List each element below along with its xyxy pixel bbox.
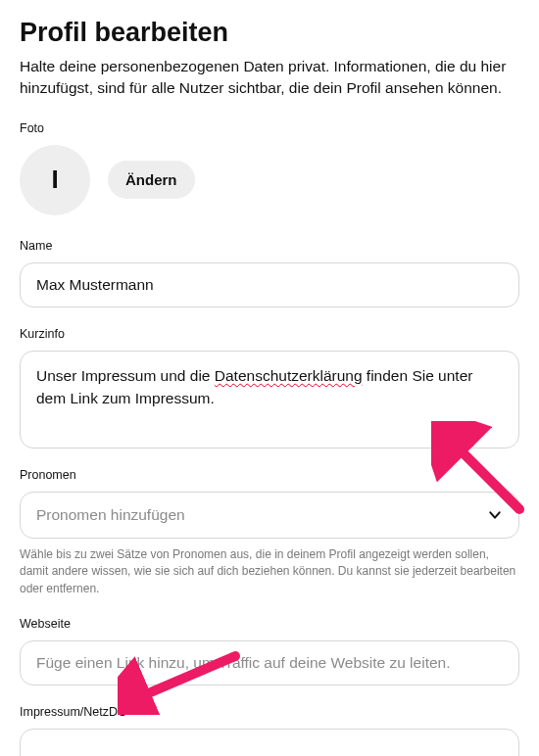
name-label: Name	[20, 239, 519, 253]
pronouns-select[interactable]: Pronomen hinzufügen	[20, 492, 519, 539]
website-input[interactable]: Füge einen Link hinzu, um Traffic auf de…	[20, 640, 519, 685]
chevron-down-icon	[487, 507, 503, 523]
website-section: Webseite Füge einen Link hinzu, um Traff…	[20, 617, 519, 685]
pronouns-placeholder: Pronomen hinzufügen	[36, 506, 185, 524]
pronouns-label: Pronomen	[20, 468, 519, 482]
bio-label: Kurzinfo	[20, 327, 519, 341]
name-input[interactable]	[20, 262, 519, 307]
impressum-label: Impressum/NetzDG	[20, 705, 519, 719]
website-label: Webseite	[20, 617, 519, 631]
bio-section: Kurzinfo Unser Impressum und die Datensc…	[20, 327, 519, 449]
page-title: Profil bearbeiten	[20, 18, 519, 48]
change-photo-button[interactable]: Ändern	[108, 161, 195, 199]
photo-label: Foto	[20, 121, 519, 135]
photo-section: Foto I Ändern	[20, 121, 519, 215]
pronouns-helper: Wähle bis zu zwei Sätze von Pronomen aus…	[20, 546, 519, 597]
page-subtitle: Halte deine personenbezogenen Daten priv…	[20, 56, 519, 100]
impressum-section: Impressum/NetzDG	[20, 705, 519, 756]
name-section: Name	[20, 239, 519, 307]
impressum-input[interactable]	[20, 729, 519, 756]
bio-textarea[interactable]: Unser Impressum und die Datenschutzerklä…	[20, 351, 519, 449]
pronouns-section: Pronomen Pronomen hinzufügen Wähle bis z…	[20, 468, 519, 597]
avatar[interactable]: I	[20, 145, 90, 215]
